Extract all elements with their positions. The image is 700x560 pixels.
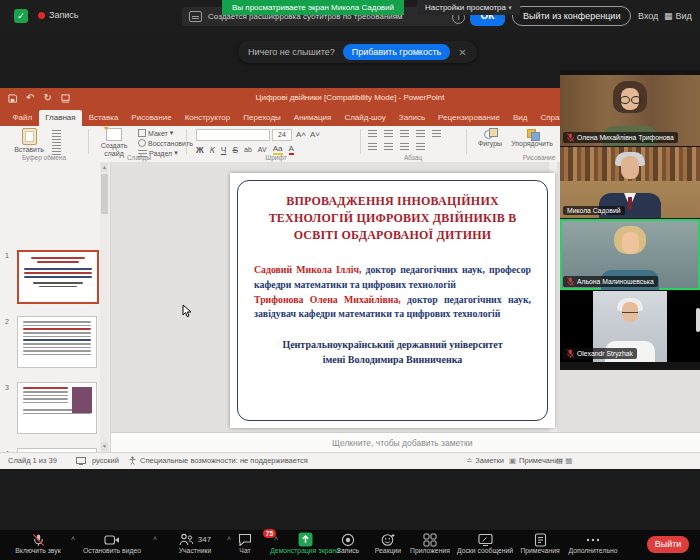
participant-video-1[interactable]: Олена Михайлівна Трифонова bbox=[560, 75, 700, 146]
text-shadow-button[interactable]: ab bbox=[244, 146, 252, 153]
underline-button[interactable]: Ч bbox=[221, 145, 227, 155]
more-icon bbox=[585, 533, 601, 547]
record-button[interactable]: Запись bbox=[330, 532, 366, 554]
accessibility-status[interactable]: Специальные возможности: не поддерживает… bbox=[140, 456, 308, 465]
slide-institution[interactable]: Центральноукраїнський державний універси… bbox=[230, 338, 555, 367]
notes-pane[interactable]: Щелкните, чтобы добавить заметки bbox=[111, 432, 700, 453]
layout-button[interactable]: Макет ▾ bbox=[138, 129, 173, 137]
reset-button[interactable]: Восстановить bbox=[138, 139, 193, 147]
increase-font-icon[interactable]: A˄ bbox=[296, 130, 306, 139]
slide-title[interactable]: ВПРОВАДЖЕННЯ ІННОВАЦІЙНИХ ТЕХНОЛОГІЙ ЦИФ… bbox=[256, 193, 529, 243]
language-indicator[interactable]: русский bbox=[92, 456, 119, 465]
thumbnail-number: 1 bbox=[5, 252, 9, 259]
tab-home[interactable]: Главная bbox=[39, 110, 82, 126]
font-name-combobox[interactable] bbox=[196, 129, 270, 141]
tab-animations[interactable]: Анимация bbox=[287, 110, 338, 126]
participant-name-label: Микола Садовий bbox=[563, 206, 625, 215]
participant-name-label: Олена Михайлівна Трифонова bbox=[563, 132, 678, 143]
new-slide-button[interactable]: Создать слайд bbox=[96, 128, 132, 157]
slide-thumbnail-3[interactable] bbox=[17, 382, 97, 434]
display-settings-icon[interactable] bbox=[76, 457, 86, 465]
video-panel-scrollbar[interactable] bbox=[696, 308, 700, 332]
increase-indent-icon[interactable] bbox=[416, 130, 425, 137]
font-size-combobox[interactable]: 24 bbox=[272, 129, 292, 141]
apps-button[interactable]: Приложения bbox=[404, 532, 456, 554]
character-spacing-button[interactable]: AV bbox=[258, 146, 267, 153]
slide-canvas[interactable]: ВПРОВАДЖЕННЯ ІННОВАЦІЙНИХ ТЕХНОЛОГІЙ ЦИФ… bbox=[230, 173, 555, 428]
slide-thumbnails-panel: 1 2 3 4 bbox=[0, 162, 111, 452]
layout-icon bbox=[138, 129, 146, 137]
muted-mic-icon bbox=[567, 277, 574, 286]
align-left-icon[interactable] bbox=[368, 143, 377, 150]
decrease-font-icon[interactable]: A˅ bbox=[310, 130, 320, 139]
leave-button[interactable]: Выйти bbox=[647, 536, 689, 553]
cut-button[interactable] bbox=[52, 130, 61, 137]
align-right-icon[interactable] bbox=[400, 143, 409, 150]
whiteboards-button[interactable]: Доски сообщений bbox=[452, 532, 518, 554]
more-button[interactable]: Дополнительно bbox=[567, 532, 619, 554]
font-size-buttons[interactable]: A˄A˅ bbox=[296, 130, 320, 139]
reactions-button[interactable]: Реакции bbox=[370, 532, 406, 554]
shapes-button[interactable]: Фигуры bbox=[474, 128, 506, 148]
slide-author-2[interactable]: Трифонова Олена Михайлівна, доктор педаг… bbox=[254, 293, 531, 322]
strikethrough-button[interactable]: S bbox=[232, 145, 238, 155]
signin-link[interactable]: Вход bbox=[638, 11, 658, 21]
italic-button[interactable]: К bbox=[210, 145, 215, 155]
thumbnail-image bbox=[72, 387, 92, 413]
tab-transitions[interactable]: Переходы bbox=[237, 110, 288, 126]
accessibility-icon bbox=[128, 456, 137, 465]
slide-thumbnail-1[interactable] bbox=[17, 250, 99, 304]
arrange-button[interactable]: Упорядочить bbox=[510, 128, 554, 148]
recording-label: Запись bbox=[49, 10, 79, 20]
participants-count: 347 bbox=[198, 535, 211, 544]
tab-slideshow[interactable]: Слайд-шоу bbox=[338, 110, 392, 126]
participant-video-2[interactable]: Микола Садовий bbox=[560, 147, 700, 218]
line-spacing-icon[interactable] bbox=[432, 130, 441, 137]
tab-record[interactable]: Запись bbox=[392, 110, 431, 126]
chat-icon bbox=[238, 533, 252, 546]
increase-volume-button[interactable]: Прибавить громкость bbox=[343, 44, 450, 60]
tab-design[interactable]: Конструктор bbox=[178, 110, 237, 126]
leave-meeting-button[interactable]: Выйти из конференции bbox=[512, 6, 631, 26]
align-center-icon[interactable] bbox=[384, 143, 393, 150]
tab-file[interactable]: Файл bbox=[6, 110, 39, 126]
paste-icon bbox=[22, 128, 37, 145]
tab-view[interactable]: Вид bbox=[506, 110, 533, 126]
chat-button[interactable]: 75 ˄ Чат bbox=[226, 532, 264, 554]
notes-placeholder[interactable]: Щелкните, чтобы добавить заметки bbox=[332, 438, 472, 448]
chevron-up-icon[interactable]: ˄ bbox=[153, 535, 157, 542]
mouse-cursor bbox=[182, 304, 192, 318]
slide-counter: Слайд 1 из 39 bbox=[8, 456, 57, 465]
clipboard-group-label: Буфер обмена bbox=[4, 154, 84, 161]
participants-button[interactable]: 347 ˄ Участники bbox=[168, 532, 222, 554]
bullets-icon[interactable] bbox=[368, 130, 377, 137]
stop-video-button[interactable]: ˄ Остановить видео bbox=[76, 532, 148, 554]
paragraph-group-label: Абзац bbox=[368, 154, 458, 161]
thumbnails-scrollbar[interactable]: ▲ ▼ bbox=[100, 162, 109, 452]
camera-icon bbox=[104, 534, 120, 546]
slide-author-1[interactable]: Садовий Микола Ілліч, доктор педагогічни… bbox=[254, 263, 531, 292]
numbering-icon[interactable] bbox=[384, 130, 393, 137]
participant-video-4[interactable]: Olexandr Stryzhak bbox=[560, 291, 700, 362]
comments-toggle[interactable]: ▣Примечания bbox=[509, 456, 562, 465]
glasses-icon bbox=[620, 96, 630, 104]
unmute-button[interactable]: ˄ Включить звук bbox=[10, 532, 66, 554]
chevron-up-icon[interactable]: ˄ bbox=[71, 535, 75, 542]
view-settings-dropdown[interactable]: Настройки просмотра ▾ bbox=[417, 0, 520, 15]
view-button[interactable]: ▦ Вид bbox=[664, 11, 692, 21]
justify-icon[interactable] bbox=[416, 143, 425, 150]
slide-thumbnail-2[interactable] bbox=[17, 316, 97, 368]
tab-draw[interactable]: Рисование bbox=[125, 110, 178, 126]
decrease-indent-icon[interactable] bbox=[400, 130, 409, 137]
notes-toggle[interactable]: ≐Заметки bbox=[466, 456, 504, 465]
copy-button[interactable] bbox=[52, 139, 61, 146]
tab-review[interactable]: Рецензирование bbox=[432, 110, 507, 126]
participant-video-3[interactable]: Альона Малиношевська bbox=[560, 219, 700, 290]
encryption-shield-icon[interactable]: ✓ bbox=[14, 9, 28, 23]
close-icon[interactable]: ✕ bbox=[458, 47, 466, 58]
view-buttons[interactable]: ▤ ▦ bbox=[556, 456, 572, 465]
annotations-button[interactable]: Примечания bbox=[514, 532, 566, 554]
bold-button[interactable]: Ж bbox=[196, 145, 204, 155]
paste-button[interactable]: Вставить bbox=[12, 128, 46, 154]
record-icon bbox=[341, 533, 355, 547]
